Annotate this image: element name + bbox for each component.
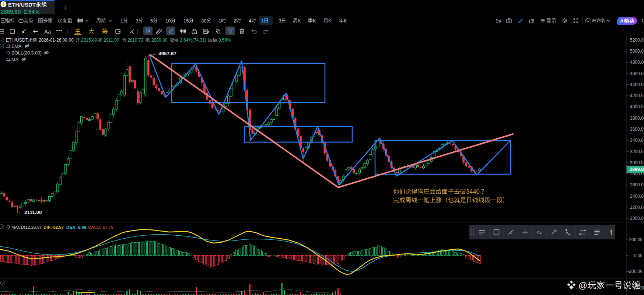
svg-text:K: K bbox=[298, 18, 301, 24]
svg-text:10.00M: 10.00M bbox=[633, 285, 644, 291]
svg-text:200.00: 200.00 bbox=[629, 237, 643, 242]
svg-text:5000.00: 5000.00 bbox=[630, 49, 644, 54]
svg-text:3000.00: 3000.00 bbox=[630, 160, 644, 165]
svg-text:2200.00: 2200.00 bbox=[630, 205, 644, 210]
svg-text:1: 1 bbox=[218, 18, 221, 24]
svg-text:2.64%(74.31): 2.64%(74.31) bbox=[180, 38, 206, 43]
svg-text:4000.00: 4000.00 bbox=[630, 104, 644, 109]
svg-text:2815.49: 2815.49 bbox=[81, 38, 97, 43]
svg-text:MACD:-87.79: MACD:-87.79 bbox=[88, 225, 113, 229]
svg-text:DIF:-52.57: DIF:-52.57 bbox=[43, 225, 64, 229]
svg-text:3.56%: 3.56% bbox=[218, 38, 231, 43]
svg-text:4800.00: 4800.00 bbox=[630, 60, 644, 65]
svg-text:2889.80: 2889.80 bbox=[630, 167, 644, 172]
svg-text:Aa: Aa bbox=[537, 230, 543, 235]
svg-text:2: 2 bbox=[234, 18, 236, 24]
svg-text:3600.00: 3600.00 bbox=[630, 127, 644, 132]
svg-text:2889.80: 2889.80 bbox=[151, 38, 168, 43]
svg-text:← 2111.00: ← 2111.00 bbox=[18, 210, 42, 215]
svg-text:MACD(12,26,9): MACD(12,26,9) bbox=[11, 225, 41, 229]
svg-text:2810.72: 2810.72 bbox=[127, 38, 144, 43]
svg-text:5200.00: 5200.00 bbox=[630, 38, 644, 43]
svg-text:30: 30 bbox=[201, 18, 206, 24]
svg-text:3200.00: 3200.00 bbox=[630, 149, 644, 154]
svg-text:2400.00: 2400.00 bbox=[630, 194, 644, 199]
svg-text:3440: 3440 bbox=[466, 188, 480, 195]
svg-text:← 4957.67: ← 4957.67 bbox=[152, 51, 176, 56]
svg-text:2026-01-26 08:00: 2026-01-26 08:00 bbox=[39, 38, 74, 43]
svg-text:3: 3 bbox=[279, 18, 281, 24]
svg-text:15: 15 bbox=[183, 18, 189, 24]
svg-text:-200.00: -200.00 bbox=[627, 269, 643, 274]
svg-text:0.00: 0.00 bbox=[634, 253, 643, 258]
svg-text:4600.00: 4600.00 bbox=[630, 71, 644, 76]
svg-text:MA: MA bbox=[11, 57, 18, 62]
svg-text:@: @ bbox=[578, 280, 587, 290]
svg-text:4400.00: 4400.00 bbox=[630, 82, 644, 87]
svg-text:1: 1 bbox=[120, 18, 123, 24]
svg-text:1: 1 bbox=[566, 229, 567, 231]
svg-text:K: K bbox=[344, 18, 347, 24]
svg-text:2911.00: 2911.00 bbox=[104, 38, 119, 43]
svg-text:3: 3 bbox=[136, 18, 138, 24]
svg-text:K: K bbox=[313, 18, 316, 24]
svg-text:4200.00: 4200.00 bbox=[630, 93, 644, 98]
svg-text:DEA:-8.68: DEA:-8.68 bbox=[66, 225, 87, 229]
svg-text:ETH/USDT: ETH/USDT bbox=[6, 38, 28, 43]
svg-text:3800.00: 3800.00 bbox=[630, 116, 644, 121]
svg-text:1: 1 bbox=[261, 18, 264, 24]
svg-text:ETH/USDT: ETH/USDT bbox=[8, 1, 36, 8]
svg-text:10: 10 bbox=[165, 18, 171, 24]
svg-text:3400.00: 3400.00 bbox=[630, 138, 644, 143]
svg-text:4: 4 bbox=[249, 18, 251, 24]
svg-text:5: 5 bbox=[150, 18, 153, 24]
svg-text:BOLL(20,3.00): BOLL(20,3.00) bbox=[11, 50, 42, 56]
svg-text:K: K bbox=[328, 18, 332, 24]
svg-text:2600.00: 2600.00 bbox=[630, 182, 644, 187]
svg-text:AI: AI bbox=[620, 18, 625, 24]
svg-text:EMA: EMA bbox=[11, 44, 22, 49]
svg-text:2000.00: 2000.00 bbox=[630, 216, 644, 221]
